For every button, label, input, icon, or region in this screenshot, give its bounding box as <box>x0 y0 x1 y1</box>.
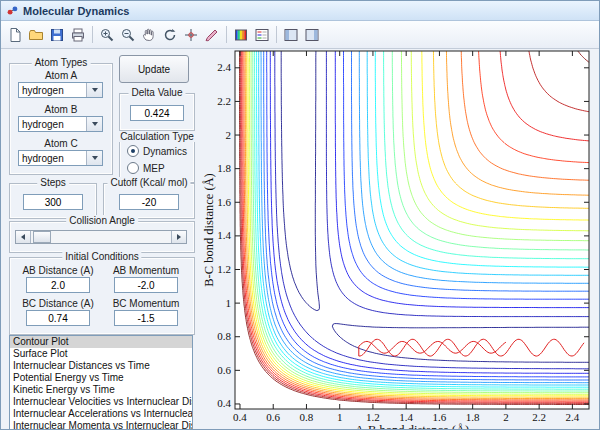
slider-right-arrow[interactable] <box>171 231 186 243</box>
svg-text:1.4: 1.4 <box>399 411 413 423</box>
calculation-type-title: Calculation Type <box>117 131 197 142</box>
new-document-button[interactable] <box>5 25 25 45</box>
slider-thumb[interactable] <box>33 231 51 243</box>
list-item-surface-plot[interactable]: Surface Plot <box>10 348 192 360</box>
data-cursor-button[interactable] <box>181 25 201 45</box>
svg-text:1: 1 <box>337 411 343 423</box>
atom-b-value: hydrogen <box>19 119 86 130</box>
radio-mep[interactable]: MEP <box>127 162 165 174</box>
chevron-down-icon[interactable] <box>86 151 102 165</box>
arrow-left-icon <box>21 234 25 240</box>
svg-text:1.2: 1.2 <box>366 411 380 423</box>
bc-momentum-label: BC Momentum <box>98 298 194 309</box>
initial-conditions-title: Initial Conditions <box>62 251 141 262</box>
radio-button-icon <box>127 145 139 157</box>
delta-value-panel: Delta Value <box>119 93 195 131</box>
list-item[interactable]: Internuclear Accelerations vs Internucle… <box>10 408 192 420</box>
zoom-out-icon <box>120 27 136 43</box>
atom-c-dropdown[interactable]: hydrogen <box>18 150 103 166</box>
svg-text:0.6: 0.6 <box>217 364 231 376</box>
svg-text:0.8: 0.8 <box>300 411 314 423</box>
save-icon <box>49 27 65 43</box>
list-item[interactable]: Internuclear Momenta vs Internuclear Dis… <box>10 420 192 430</box>
arrow-right-icon <box>177 234 181 240</box>
svg-text:0.4: 0.4 <box>233 411 247 423</box>
steps-input[interactable] <box>23 194 83 210</box>
atom-a-dropdown[interactable]: hydrogen <box>18 82 103 98</box>
svg-text:0.4: 0.4 <box>217 397 231 409</box>
list-item[interactable]: Internuclear Velocities vs Internuclear … <box>10 396 192 408</box>
svg-text:2: 2 <box>503 411 509 423</box>
cutoff-input[interactable] <box>119 194 179 210</box>
svg-text:2.4: 2.4 <box>566 411 580 423</box>
zoom-out-button[interactable] <box>118 25 138 45</box>
rotate-3d-button[interactable] <box>160 25 180 45</box>
print-button[interactable] <box>68 25 88 45</box>
atom-b-dropdown[interactable]: hydrogen <box>18 116 103 132</box>
svg-text:1.4: 1.4 <box>217 229 231 241</box>
insert-legend-button[interactable] <box>252 25 272 45</box>
svg-text:2: 2 <box>226 129 232 141</box>
zoom-in-button[interactable] <box>97 25 117 45</box>
save-button[interactable] <box>47 25 67 45</box>
open-folder-icon <box>28 27 44 43</box>
bc-distance-input[interactable] <box>26 310 90 326</box>
new-document-icon <box>7 27 23 43</box>
ab-momentum-input[interactable] <box>114 277 178 293</box>
zoom-in-icon <box>99 27 115 43</box>
radio-dynamics[interactable]: Dynamics <box>127 145 187 157</box>
contour-plot[interactable]: 0.40.60.811.21.41.61.822.22.40.40.60.811… <box>201 49 600 430</box>
radio-mep-label: MEP <box>143 163 165 174</box>
rotate-3d-icon <box>162 27 178 43</box>
list-item[interactable]: Kinetic Energy vs Time <box>10 384 192 396</box>
chevron-down-icon[interactable] <box>86 117 102 131</box>
update-button[interactable]: Update <box>119 55 189 83</box>
atom-types-title: Atom Types <box>32 57 91 68</box>
chevron-down-icon[interactable] <box>86 83 102 97</box>
window-icon <box>6 4 19 17</box>
toolbar-separator <box>226 26 227 43</box>
atom-c-value: hydrogen <box>19 153 86 164</box>
bc-momentum-input[interactable] <box>114 310 178 326</box>
steps-panel: Steps <box>9 183 97 219</box>
slider-track[interactable] <box>31 231 171 243</box>
atom-types-panel: Atom Types Atom A hydrogen Atom B hydrog… <box>9 63 113 175</box>
svg-text:1.8: 1.8 <box>217 162 231 174</box>
svg-text:2.2: 2.2 <box>217 95 231 107</box>
window-title: Molecular Dynamics <box>23 5 129 17</box>
pan-button[interactable] <box>139 25 159 45</box>
atom-a-value: hydrogen <box>19 85 86 96</box>
list-item[interactable]: Internuclear Distances vs Time <box>10 360 192 372</box>
slider-left-arrow[interactable] <box>16 231 31 243</box>
open-file-button[interactable] <box>26 25 46 45</box>
data-cursor-icon <box>183 27 199 43</box>
svg-text:1.8: 1.8 <box>466 411 480 423</box>
delta-value-input[interactable] <box>130 105 184 121</box>
svg-text:0.6: 0.6 <box>266 411 280 423</box>
brush-button[interactable] <box>202 25 222 45</box>
collision-angle-slider[interactable] <box>15 230 187 244</box>
svg-text:0.8: 0.8 <box>217 330 231 342</box>
print-icon <box>70 27 86 43</box>
radio-dynamics-label: Dynamics <box>143 146 187 157</box>
plot-type-listbox[interactable]: Contour Plot Surface Plot Internuclear D… <box>9 335 193 430</box>
hide-plot-tools-button[interactable] <box>281 25 301 45</box>
colorbar-icon <box>233 27 249 43</box>
insert-colorbar-button[interactable] <box>231 25 251 45</box>
list-item[interactable]: Potential Energy vs Time <box>10 372 192 384</box>
delta-value-title: Delta Value <box>129 87 186 98</box>
titlebar[interactable]: Molecular Dynamics <box>1 1 599 21</box>
atom-c-label: Atom C <box>10 138 112 149</box>
radio-button-icon <box>127 162 139 174</box>
show-plot-tools-icon <box>304 27 320 43</box>
content: Atom Types Atom A hydrogen Atom B hydrog… <box>1 49 599 429</box>
list-item-contour-plot[interactable]: Contour Plot <box>10 336 192 348</box>
cutoff-title: Cutoff (Kcal/ mol) <box>107 177 190 188</box>
cutoff-panel: Cutoff (Kcal/ mol) <box>103 183 195 219</box>
svg-text:A-B bond distance (Å): A-B bond distance (Å) <box>355 423 469 430</box>
show-plot-tools-button[interactable] <box>302 25 322 45</box>
ab-distance-input[interactable] <box>26 277 90 293</box>
svg-text:2.4: 2.4 <box>217 61 231 73</box>
toolbar <box>1 21 599 49</box>
steps-title: Steps <box>37 177 69 188</box>
